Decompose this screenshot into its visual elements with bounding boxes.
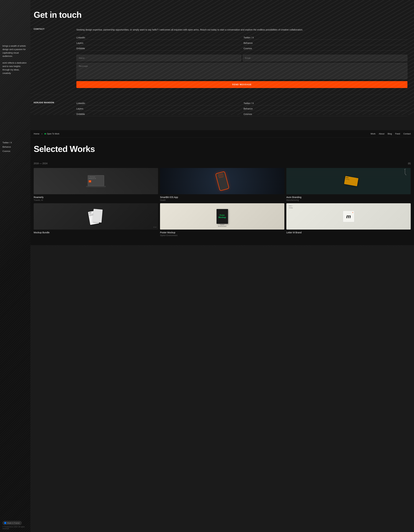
contact-grid: CONTACT Seeking design expertise, partne… (34, 28, 407, 88)
letter-m-box: m ✶ (343, 211, 354, 222)
contact-layers[interactable]: Layers (77, 41, 240, 45)
work-card-letter-m-image: birds + mintap m ✶ (286, 203, 411, 229)
bundle-cards: #032 MOCKUPBUNDLE (34, 203, 158, 229)
nav-separator: ● (41, 133, 43, 135)
work-card-bundle[interactable]: #032 MOCKUPBUNDLE & co Mockup Bundle (34, 203, 158, 237)
work-card-roamerly-category: Travels, AI (34, 199, 158, 201)
contact-right: Seeking design expertise, partnership op… (77, 28, 407, 88)
nav-status: Open To Work (45, 133, 59, 135)
left-sidebar: brings a wealth of artistic design and a… (0, 0, 30, 245)
person-layers[interactable]: Layers (77, 107, 240, 111)
message-textarea[interactable] (77, 63, 407, 79)
sidebar-para1: brings a wealth of artistic design and a… (2, 44, 28, 58)
nav-status-text: Open To Work (47, 133, 59, 135)
nav-right: Work About Blog Feed Contact (370, 133, 411, 135)
work-card-smartbit-image: Mockups iPhone 15 Mockups (160, 168, 284, 194)
sidebar-links: Twitter / X Behance Cosmos (2, 141, 28, 153)
works-grid-row1: L-Mockups: MacBook Air 13 Roamerly Trave… (34, 168, 411, 201)
works-count: (6) (408, 162, 411, 165)
work-card-roamerly-title: Roamerly (34, 196, 158, 199)
work-card-poster-title: Poster Mockup (160, 231, 284, 234)
contact-cosmos[interactable]: Cosmos (244, 47, 408, 51)
poster-visual: Poster Mockup Stylish Environment (160, 203, 284, 229)
work-card-smartbit-category: Health (160, 199, 284, 201)
sidebar-text-block: brings a wealth of artistic design and a… (2, 44, 28, 75)
bundle-card-2 (93, 209, 103, 223)
phone-mockup: Mockups iPhone 15 Mockups (215, 171, 229, 191)
letter-m-visual: birds + mintap m ✶ (286, 203, 411, 229)
contact-section: Get in touch CONTACT Seeking design expe… (30, 0, 414, 130)
form-row-name-email (77, 55, 407, 61)
nav-blog-link[interactable]: Blog (388, 133, 392, 135)
work-card-roamerly[interactable]: L-Mockups: MacBook Air 13 Roamerly Trave… (34, 168, 158, 201)
nav-left: Home ● Open To Work (34, 133, 59, 135)
contact-description: Seeking design expertise, partnership op… (77, 28, 407, 31)
contact-dribbble[interactable]: Dribbble (77, 47, 240, 51)
main-content: Get in touch CONTACT Seeking design expe… (30, 0, 414, 245)
works-section: Home ● Open To Work Work About Blog Feed… (30, 130, 414, 245)
contact-behance[interactable]: Behance (244, 41, 408, 45)
work-card-avon-image: avon mockups (286, 168, 411, 194)
works-year-header: 2016 — 2024 (6) (34, 162, 411, 165)
navbar: Home ● Open To Work Work About Blog Feed… (30, 130, 414, 137)
work-card-bundle-title: Mockup Bundle (34, 231, 158, 234)
works-year-range: 2016 — 2024 (34, 162, 48, 165)
work-card-roamerly-image: L-Mockups: MacBook Air 13 (34, 168, 158, 194)
work-card-smartbit-title: SmartBit IOS App (160, 196, 284, 199)
sidebar-cosmos[interactable]: Cosmos (2, 149, 28, 153)
contact-linkedin[interactable]: LinkedIn (77, 36, 240, 40)
social-links-grid: LinkedIn Twitter / X Layers Behance Drib… (77, 36, 407, 51)
nav-contact-link[interactable]: Contact (403, 133, 411, 135)
works-grid-row2: #032 MOCKUPBUNDLE & co Mockup Bundle (34, 203, 411, 237)
works-content: Selected Works 2016 — 2024 (6) L-Mockups (30, 137, 414, 245)
letter-m-star: ✶ (352, 212, 353, 213)
work-card-letter-m[interactable]: birds + mintap m ✶ Letter M Brand (286, 203, 411, 237)
work-card-avon-title: Avon Branding (286, 196, 411, 199)
contact-twitter-x[interactable]: Twitter / X (244, 36, 408, 40)
contact-title: Get in touch (34, 10, 407, 20)
send-message-button[interactable]: SEND MESSAGE (77, 81, 407, 88)
work-card-bundle-image: #032 MOCKUPBUNDLE & co (34, 203, 158, 229)
laptop-shape: L-Mockups: MacBook Air 13 (88, 175, 104, 186)
sidebar-behance[interactable]: Behance (2, 145, 28, 149)
person-dribbble[interactable]: Dribbble (77, 112, 240, 116)
nav-about-link[interactable]: About (379, 133, 385, 135)
nav-work-link[interactable]: Work (370, 133, 375, 135)
work-card-smartbit[interactable]: Mockups iPhone 15 Mockups SmartBit IOS A… (160, 168, 284, 201)
poster-book: Poster Mockup (217, 209, 228, 224)
work-card-poster-category: Stylish Environment (160, 234, 284, 237)
person-twitter-x[interactable]: Twitter / X (244, 101, 408, 105)
contact-label: CONTACT (34, 28, 70, 88)
person-cosmos[interactable]: Cosmos (244, 112, 408, 116)
letter-m-char: m (346, 213, 351, 219)
work-card-avon[interactable]: avon mockups Avon Branding Manufacturing (286, 168, 411, 201)
work-card-poster[interactable]: Poster Mockup Stylish Environment Poster… (160, 203, 284, 237)
works-title: Selected Works (34, 144, 411, 154)
sidebar-twitter-x[interactable]: Twitter / X (2, 141, 28, 145)
nav-home-link[interactable]: Home (34, 133, 39, 135)
hook-decoration (403, 169, 407, 175)
card-mockup: avon mockups (344, 176, 358, 186)
nav-feed-link[interactable]: Feed (395, 133, 400, 135)
laptop-mockup: L-Mockups: MacBook Air 13 (46, 171, 146, 192)
status-dot (45, 133, 46, 134)
work-card-poster-image: Poster Mockup Stylish Environment (160, 203, 284, 229)
poster-text: Poster Mockup (219, 214, 226, 219)
name-input[interactable] (77, 55, 241, 61)
sidebar-para2: work reflects a dedication and to new he… (2, 61, 28, 75)
footer-person-section: KENJOO MANSON LinkedIn Twitter / X Layer… (34, 95, 407, 120)
person-behance[interactable]: Behance (244, 107, 408, 111)
person-linkedin[interactable]: LinkedIn (77, 101, 240, 105)
person-name: KENJOO MANSON (34, 101, 70, 120)
work-card-letter-m-title: Letter M Brand (286, 231, 411, 234)
work-card-avon-category: Manufacturing (286, 199, 411, 201)
laptop-base (86, 186, 106, 187)
person-social-links: LinkedIn Twitter / X Layers Behance Drib… (77, 101, 407, 116)
email-input[interactable] (243, 55, 408, 61)
